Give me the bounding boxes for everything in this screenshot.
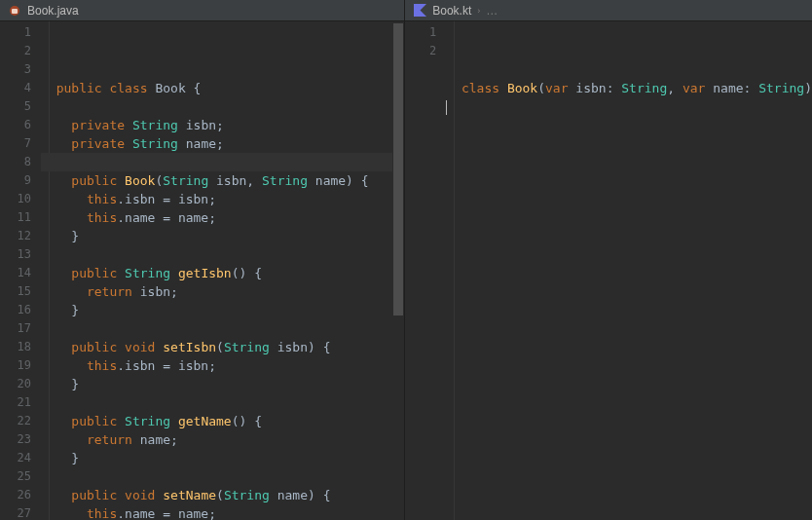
line-number: 9	[0, 171, 31, 190]
line-number: 24	[0, 449, 31, 467]
code-line[interactable]: return isbn;	[41, 282, 404, 301]
line-number: 26	[0, 486, 31, 504]
editor-right[interactable]: 12 class Book(var isbn: String, var name…	[405, 21, 812, 520]
tab-filename-right[interactable]: Book.kt	[432, 4, 471, 18]
java-file-icon	[8, 4, 21, 18]
code-line[interactable]	[41, 245, 404, 264]
code-left[interactable]: public class Book { private String isbn;…	[41, 21, 404, 520]
line-number: 23	[0, 430, 31, 449]
line-number: 14	[0, 264, 31, 282]
line-number: 2	[0, 42, 31, 60]
code-line[interactable]: this.isbn = isbn;	[41, 190, 404, 208]
line-number: 17	[0, 319, 31, 338]
code-line[interactable]: public String getName() {	[41, 412, 404, 430]
svg-rect-1	[12, 9, 18, 14]
editor-pane-right: Book.kt › … 12 class Book(var isbn: Stri…	[404, 0, 812, 520]
code-line[interactable]: }	[41, 227, 404, 245]
line-number: 19	[0, 356, 31, 375]
line-number: 13	[0, 245, 31, 264]
tab-bar-right: Book.kt › …	[405, 0, 812, 21]
line-number: 8	[0, 153, 31, 171]
line-number: 18	[0, 338, 31, 356]
line-number: 2	[405, 42, 436, 60]
code-line[interactable]: this.isbn = isbn;	[41, 356, 404, 375]
line-number: 22	[0, 412, 31, 430]
code-line[interactable]: public void setIsbn(String isbn) {	[41, 338, 404, 356]
text-cursor	[446, 100, 447, 115]
line-number: 5	[0, 97, 31, 116]
code-line[interactable]: }	[41, 449, 404, 467]
line-number: 20	[0, 375, 31, 393]
code-line[interactable]: return name;	[41, 430, 404, 449]
code-line[interactable]: private String isbn;	[41, 116, 404, 134]
line-number: 21	[0, 393, 31, 412]
line-number: 3	[0, 60, 31, 79]
code-line[interactable]: private String name;	[41, 134, 404, 153]
code-line[interactable]: class Book(var isbn: String, var name: S…	[446, 79, 812, 97]
breadcrumb-ellipsis[interactable]: …	[486, 4, 498, 18]
editor-left[interactable]: 1234567891011121314151617181920212223242…	[0, 21, 404, 520]
line-number: 1	[405, 23, 436, 42]
line-number: 16	[0, 301, 31, 319]
line-number: 12	[0, 227, 31, 245]
code-line[interactable]: this.name = name;	[41, 504, 404, 520]
gutter-right: 12	[405, 21, 446, 520]
code-line[interactable]: this.name = name;	[41, 208, 404, 227]
breadcrumb-separator-icon: ›	[477, 6, 480, 16]
line-number: 10	[0, 190, 31, 208]
code-line[interactable]: }	[41, 301, 404, 319]
code-line[interactable]	[41, 319, 404, 338]
line-number: 6	[0, 116, 31, 134]
line-number: 1	[0, 23, 31, 42]
editor-pane-left: Book.java 123456789101112131415161718192…	[0, 0, 404, 520]
line-number: 25	[0, 467, 31, 486]
tab-bar-left: Book.java	[0, 0, 404, 21]
line-number: 4	[0, 79, 31, 97]
line-number: 7	[0, 134, 31, 153]
scrollbar-thumb-left[interactable]	[393, 23, 403, 316]
line-number: 11	[0, 208, 31, 227]
code-line[interactable]	[41, 97, 404, 116]
code-line[interactable]	[41, 393, 404, 412]
code-line[interactable]: }	[41, 375, 404, 393]
code-line[interactable]: public void setName(String name) {	[41, 486, 404, 504]
code-line[interactable]	[41, 153, 404, 171]
kotlin-file-icon	[413, 4, 426, 18]
tab-filename-left[interactable]: Book.java	[27, 4, 79, 18]
code-line[interactable]: public class Book {	[41, 79, 404, 97]
line-number: 27	[0, 504, 31, 520]
code-line[interactable]: public Book(String isbn, String name) {	[41, 171, 404, 190]
code-line[interactable]: public String getIsbn() {	[41, 264, 404, 282]
code-line[interactable]	[41, 467, 404, 486]
scrollbar-track-left[interactable]	[392, 21, 404, 520]
line-number: 15	[0, 282, 31, 301]
code-line[interactable]	[446, 97, 812, 116]
code-right[interactable]: class Book(var isbn: String, var name: S…	[446, 21, 812, 520]
gutter-left: 1234567891011121314151617181920212223242…	[0, 21, 41, 520]
